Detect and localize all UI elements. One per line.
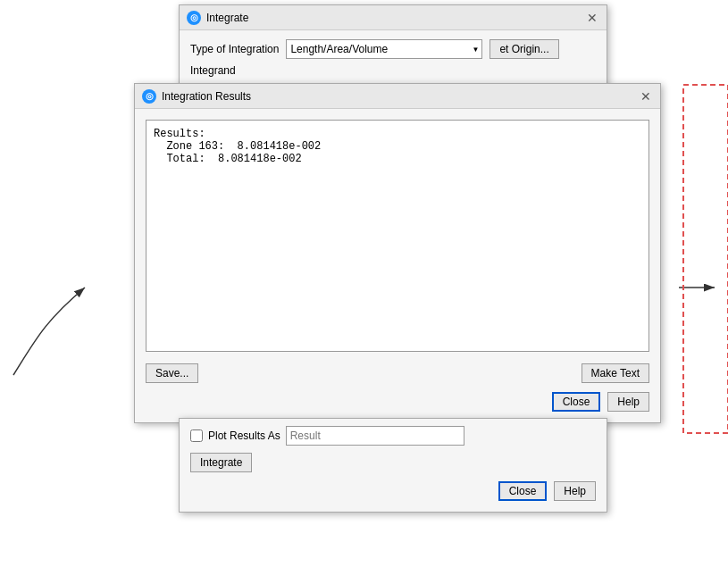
integrate-button[interactable]: Integrate: [190, 453, 252, 472]
integration-results-window: ◎ Integration Results ✕ Results: Zone 16…: [134, 83, 661, 423]
results-close-x-button[interactable]: ✕: [639, 89, 653, 104]
integrate-close-x-button[interactable]: ✕: [585, 11, 599, 25]
integrate-window: ◎ Integrate ✕ Type of Integration Length…: [179, 4, 607, 94]
results-textarea[interactable]: Results: Zone 163: 8.081418e-002 Total: …: [146, 120, 649, 352]
integrate-bottom-window: Plot Results As Integrate Close Help: [179, 418, 607, 513]
make-text-button[interactable]: Make Text: [582, 363, 649, 383]
results-help-button[interactable]: Help: [607, 392, 649, 412]
integrate-help-button[interactable]: Help: [554, 481, 596, 501]
integrate-close-button[interactable]: Close: [498, 481, 548, 501]
set-origin-button[interactable]: et Origin...: [490, 39, 558, 59]
results-title: Integration Results: [162, 90, 251, 103]
plot-results-input[interactable]: [286, 426, 464, 446]
integrand-label: Integrand: [190, 64, 236, 77]
plot-results-label: Plot Results As: [208, 429, 280, 442]
results-close-button[interactable]: Close: [552, 392, 601, 412]
results-title-bar: ◎ Integration Results ✕: [135, 84, 660, 109]
integrate-app-icon: ◎: [187, 11, 201, 25]
type-of-integration-label: Type of Integration: [190, 43, 279, 55]
save-button[interactable]: Save...: [146, 363, 198, 383]
plot-results-checkbox[interactable]: [190, 429, 203, 442]
integrate-title-bar: ◎ Integrate ✕: [180, 5, 607, 30]
integrate-title: Integrate: [206, 12, 248, 24]
type-of-integration-select[interactable]: Length/Area/Volume: [286, 39, 482, 59]
results-app-icon: ◎: [142, 89, 156, 104]
